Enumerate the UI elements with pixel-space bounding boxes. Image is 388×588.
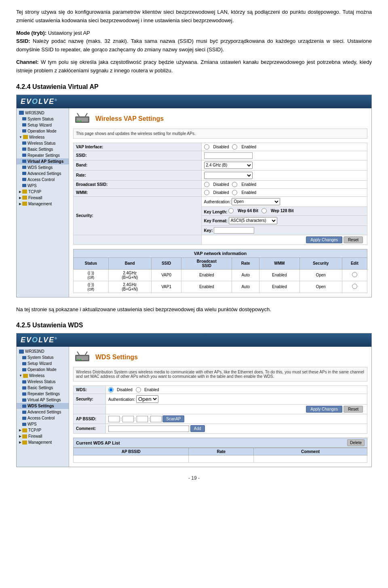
vap-interface-label: VAP Interface: (74, 143, 202, 151)
evolve-logo-wds: EVOLVE® (21, 336, 58, 344)
page-footer: - 19 - (16, 475, 372, 481)
sidebar-repeater-settings-wds[interactable]: Repeater Settings (17, 391, 69, 397)
ap-list-empty-row (74, 455, 367, 463)
vap1-edit-radio[interactable] (352, 284, 357, 289)
vap0-edit[interactable] (342, 269, 367, 281)
wireless-status-icon-wds (22, 380, 26, 384)
repeater-settings-icon-wds (22, 392, 26, 396)
broadcast-disabled-radio[interactable] (204, 182, 209, 187)
bssid-input-2[interactable] (122, 416, 134, 422)
ssid-value-cell (201, 151, 367, 160)
key-format-select[interactable]: ASCII(5 characters) (229, 217, 277, 224)
vap-interface-disabled-radio[interactable] (204, 144, 209, 150)
bssid-input-4[interactable] (150, 416, 162, 422)
key-input[interactable] (214, 227, 254, 234)
sidebar-firewall-folder-vap[interactable]: ▶ Firewall (17, 195, 69, 201)
svg-point-4 (77, 120, 79, 122)
sidebar-access-control-wds[interactable]: Access Control (17, 415, 69, 421)
sidebar-basic-settings-vap[interactable]: Basic Settings (17, 146, 69, 152)
sidebar-wds-settings-vap[interactable]: WDS Settings (17, 164, 69, 171)
sidebar-operation-mode-vap[interactable]: Operation Mode (17, 128, 69, 134)
add-button[interactable]: Add (190, 425, 205, 432)
advanced-settings-icon-wds (22, 411, 26, 414)
sidebar-virtual-ap-wds[interactable]: Virtual AP Settings (17, 397, 69, 403)
svg-point-5 (80, 120, 81, 122)
sidebar-wps-wds[interactable]: WPS (17, 421, 69, 427)
wds-apply-button[interactable]: Apply Changes (306, 406, 342, 413)
wds-settings-form: WDS: Disabled Enabled Security: Authenti… (73, 386, 367, 434)
model-folder-icon-wds (19, 350, 24, 354)
key-length-value: Key Length: Wep 64 Bit Wep 128 Bit (201, 207, 367, 215)
ap-list-table: AP BSSID Rate Comment (73, 448, 367, 463)
sidebar-wds: WR353ND System Status Setup Wizard Opera… (17, 347, 69, 467)
wds-reset-button[interactable]: Reset (344, 406, 363, 413)
wep128-radio[interactable] (261, 208, 267, 213)
sidebar-advanced-settings-vap[interactable]: Advanced Settings (17, 171, 69, 177)
access-control-icon (22, 178, 26, 181)
th-status: Status (74, 257, 109, 269)
rate-label-cell: Rate: (74, 170, 202, 180)
vap-reset-button[interactable]: Reset (344, 236, 363, 243)
sidebar-basic-settings-wds[interactable]: Basic Settings (17, 385, 69, 391)
comment-input[interactable] (108, 426, 189, 432)
wep64-radio[interactable] (228, 208, 234, 213)
sidebar-wireless-folder-vap[interactable]: ▼ Wireless (17, 134, 69, 140)
sidebar-repeater-settings-vap[interactable]: Repeater Settings (17, 152, 69, 158)
wireless-folder-icon-wds (23, 374, 28, 378)
key-value: Key: (201, 226, 367, 235)
setup-wizard-icon-wds (22, 362, 26, 365)
sidebar-wds-settings-wds[interactable]: WDS Settings (17, 403, 69, 409)
sidebar-tcpip-folder-wds[interactable]: ▶ TCP/IP (17, 427, 69, 433)
virtual-ap-icon-wds (22, 398, 26, 402)
vap-apply-button[interactable]: Apply Changes (306, 236, 342, 243)
authentication-select[interactable]: Open (232, 198, 280, 205)
section-wds-title: 4.2.5 Ustawienia WDS (16, 322, 372, 329)
sidebar-management-folder-wds[interactable]: ▶ Management (17, 439, 69, 445)
vap-settings-form: VAP Interface: Disabled Enabled SSID: (73, 143, 367, 245)
ssid-label: SSID: (16, 38, 30, 44)
wds-settings-icon (22, 166, 26, 169)
scan-ap-button[interactable]: ScanAP (162, 415, 184, 422)
firewall-expand-icon-wds: ▶ (19, 434, 21, 438)
sidebar-virtual-ap-vap[interactable]: Virtual AP Settings (17, 158, 69, 164)
ssid-input[interactable] (204, 152, 253, 159)
band-select[interactable]: 2.4 GHz (B) (204, 162, 253, 169)
evolve-header-vap: EVOLVE® (17, 95, 371, 108)
wds-auth-select[interactable]: Open (136, 395, 158, 403)
vap0-edit-radio[interactable] (352, 272, 357, 277)
delete-button[interactable]: Delete (347, 439, 365, 446)
bssid-input-1[interactable] (108, 416, 120, 422)
sidebar-advanced-settings-wds[interactable]: Advanced Settings (17, 409, 69, 415)
sidebar-setup-wizard-vap[interactable]: Setup Wizard (17, 122, 69, 128)
vap0-status: ((·))(Off) (74, 269, 109, 281)
sidebar-wireless-folder-wds[interactable]: ▼ Wireless (17, 373, 69, 379)
sidebar-wps-vap[interactable]: WPS (17, 183, 69, 189)
sidebar-system-status-wds[interactable]: System Status (17, 354, 69, 360)
wds-enabled-radio[interactable] (136, 387, 141, 392)
svg-point-10 (77, 359, 79, 360)
sidebar-wireless-status-wds[interactable]: Wireless Status (17, 379, 69, 385)
sidebar-wireless-status-vap[interactable]: Wireless Status (17, 140, 69, 146)
sidebar-setup-wizard-wds[interactable]: Setup Wizard (17, 360, 69, 367)
sidebar-system-status-vap[interactable]: System Status (17, 116, 69, 122)
vap-interface-enabled-radio[interactable] (232, 144, 237, 150)
sidebar-operation-mode-wds[interactable]: Operation Mode (17, 367, 69, 373)
wds-disabled-radio[interactable] (108, 387, 114, 392)
bssid-input-3[interactable] (137, 416, 148, 422)
network-table-header-row: Status Band SSID BroadcastSSID Rate WMM … (74, 257, 367, 269)
wds-settings-icon-wds (22, 405, 26, 408)
ap-list-title-text: Current WDS AP List (76, 440, 120, 445)
rate-select[interactable] (204, 172, 253, 179)
wmm-disabled-radio[interactable] (204, 190, 209, 195)
wmm-value: Disabled Enabled (201, 188, 367, 196)
wds-toggle-value: Disabled Enabled (106, 386, 367, 394)
vap1-edit[interactable] (342, 281, 367, 293)
vap-description: This page shows and updates the wireless… (73, 129, 367, 139)
sidebar-management-folder-vap[interactable]: ▶ Management (17, 201, 69, 207)
broadcast-enabled-radio[interactable] (232, 182, 237, 187)
wmm-enabled-radio[interactable] (232, 190, 237, 195)
sidebar-firewall-folder-wds[interactable]: ▶ Firewall (17, 433, 69, 439)
rate-row: Rate: (74, 170, 367, 180)
sidebar-tcpip-folder-vap[interactable]: ▶ TCP/IP (17, 189, 69, 195)
sidebar-access-control-vap[interactable]: Access Control (17, 177, 69, 183)
